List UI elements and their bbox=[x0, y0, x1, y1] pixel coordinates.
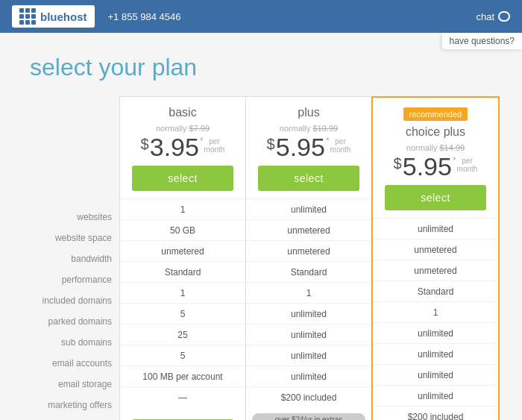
plus-marketing-offers: $200 included bbox=[246, 386, 371, 407]
plan-choice-plus-amount: 5.95 bbox=[403, 154, 452, 179]
plan-plus-footer: over $24/yr in extras 1 SpamExperts sele… bbox=[246, 413, 371, 420]
choice-website-space: unmetered bbox=[373, 239, 498, 260]
plan-plus-features: unlimited unmetered unmetered Standard 1… bbox=[246, 198, 371, 407]
plus-website-space: unmetered bbox=[246, 219, 371, 240]
plan-plus-extras-badge: over $24/yr in extras bbox=[252, 413, 365, 420]
basic-sub-domains: 25 bbox=[120, 324, 245, 345]
label-bandwidth: bandwidth bbox=[22, 248, 119, 269]
plan-basic-dollar: $ bbox=[141, 136, 149, 153]
plan-plus-select-top[interactable]: select bbox=[258, 166, 360, 191]
plan-basic-header: basic normally $7.99 $ 3.95 * permonth s… bbox=[120, 97, 245, 198]
plus-performance: Standard bbox=[246, 261, 371, 282]
plan-plus-dollar: $ bbox=[267, 136, 275, 153]
basic-email-storage: 100 MB per account bbox=[120, 366, 245, 386]
plus-parked-domains: unlimited bbox=[246, 303, 371, 324]
site-header: bluehost +1 855 984 4546 chat have quest… bbox=[0, 0, 522, 33]
label-email-storage: email storage bbox=[22, 374, 119, 395]
plan-choice-plus-per: permonth bbox=[457, 157, 478, 173]
plan-basic: basic normally $7.99 $ 3.95 * permonth s… bbox=[119, 96, 245, 420]
plan-choice-plus-select-top[interactable]: select bbox=[385, 185, 487, 210]
label-email-accounts: email accounts bbox=[22, 353, 119, 374]
logo[interactable]: bluehost bbox=[12, 5, 95, 28]
plus-email-storage: unlimited bbox=[246, 366, 371, 386]
plan-choice-plus-normally-label: normally bbox=[406, 143, 438, 152]
phone-number[interactable]: +1 855 984 4546 bbox=[108, 11, 181, 22]
plan-choice-plus-price: $ 5.95 * permonth bbox=[379, 154, 492, 179]
plus-bandwidth: unmetered bbox=[246, 240, 371, 261]
plan-choice-plus-asterisk: * bbox=[453, 155, 456, 166]
plan-plus-asterisk: * bbox=[326, 136, 330, 146]
plan-basic-name: basic bbox=[126, 106, 239, 119]
label-website-space: website space bbox=[22, 228, 119, 248]
feature-labels-column: websites website space bandwidth perform… bbox=[22, 96, 119, 416]
have-questions-label[interactable]: have questions? bbox=[442, 33, 522, 49]
plan-plus-name: plus bbox=[252, 106, 365, 119]
plans-columns: basic normally $7.99 $ 3.95 * permonth s… bbox=[119, 96, 500, 420]
plan-basic-footer: select bbox=[120, 413, 245, 420]
basic-included-domains: 1 bbox=[120, 282, 245, 303]
plan-plus-per: permonth bbox=[330, 137, 351, 154]
plan-plus-header: plus normally $10.99 $ 5.95 * permonth s… bbox=[246, 97, 371, 198]
plan-plus-normally-price: $10.99 bbox=[312, 124, 338, 133]
choice-performance: Standard bbox=[373, 280, 498, 301]
plan-basic-asterisk: * bbox=[200, 136, 204, 146]
label-performance: performance bbox=[22, 269, 119, 290]
plan-choice-plus-dollar: $ bbox=[394, 155, 402, 172]
plus-websites: unlimited bbox=[246, 198, 371, 219]
plan-plus-normally-label: normally bbox=[280, 124, 311, 133]
recommended-badge: recommended bbox=[403, 107, 468, 121]
chat-button[interactable]: chat bbox=[476, 11, 510, 22]
basic-performance: Standard bbox=[120, 261, 245, 282]
plan-basic-per: permonth bbox=[204, 137, 225, 154]
label-included-domains: included domains bbox=[22, 290, 119, 311]
plans-area: websites website space bandwidth perform… bbox=[0, 96, 522, 420]
plan-choice-plus-features: unlimited unmetered unmetered Standard 1… bbox=[373, 218, 498, 420]
plan-basic-normally: normally $7.99 bbox=[126, 124, 239, 133]
basic-email-accounts: 5 bbox=[120, 345, 245, 366]
basic-parked-domains: 5 bbox=[120, 303, 245, 324]
plan-basic-normally-label: normally bbox=[156, 124, 187, 133]
label-parked-domains: parked domains bbox=[22, 311, 119, 332]
choice-email-accounts: unlimited bbox=[373, 364, 498, 385]
plan-choice-plus-normally: normally $14.99 bbox=[379, 143, 492, 152]
plan-basic-features: 1 50 GB unmetered Standard 1 5 25 5 100 … bbox=[120, 198, 245, 407]
choice-parked-domains: unlimited bbox=[373, 322, 498, 343]
choice-included-domains: 1 bbox=[373, 301, 498, 322]
logo-grid-icon bbox=[19, 8, 36, 25]
plan-basic-normally-price: $7.99 bbox=[189, 124, 210, 133]
plus-email-accounts: unlimited bbox=[246, 345, 371, 366]
plan-plus-normally: normally $10.99 bbox=[252, 124, 365, 133]
plan-basic-select-top[interactable]: select bbox=[132, 166, 234, 191]
choice-bandwidth: unmetered bbox=[373, 260, 498, 280]
basic-bandwidth: unmetered bbox=[120, 240, 245, 261]
basic-websites: 1 bbox=[120, 198, 245, 219]
label-websites: websites bbox=[22, 207, 119, 228]
basic-website-space: 50 GB bbox=[120, 219, 245, 240]
chat-label: chat bbox=[476, 11, 494, 22]
plan-plus-price: $ 5.95 * permonth bbox=[252, 134, 365, 160]
plan-basic-amount: 3.95 bbox=[150, 134, 199, 160]
choice-email-storage: unlimited bbox=[373, 385, 498, 406]
plus-included-domains: 1 bbox=[246, 282, 371, 303]
label-sub-domains: sub domains bbox=[22, 332, 119, 353]
plan-choice-plus: recommended choice plus normally $14.99 … bbox=[371, 96, 500, 420]
chat-bubble-icon bbox=[498, 11, 510, 22]
plan-basic-price: $ 3.95 * permonth bbox=[126, 134, 239, 160]
plan-choice-plus-name: choice plus bbox=[379, 125, 492, 139]
plan-plus-amount: 5.95 bbox=[276, 134, 325, 160]
choice-sub-domains: unlimited bbox=[373, 343, 498, 364]
choice-websites: unlimited bbox=[373, 218, 498, 239]
plan-choice-plus-header: recommended choice plus normally $14.99 … bbox=[373, 98, 498, 218]
plan-choice-plus-normally-price: $14.99 bbox=[439, 143, 465, 152]
logo-text: bluehost bbox=[40, 10, 87, 23]
label-marketing-offers: marketing offers bbox=[22, 395, 119, 416]
choice-marketing-offers: $200 included bbox=[373, 406, 498, 420]
basic-marketing-offers: — bbox=[120, 386, 245, 407]
plus-sub-domains: unlimited bbox=[246, 324, 371, 345]
plan-plus: plus normally $10.99 $ 5.95 * permonth s… bbox=[245, 96, 371, 420]
